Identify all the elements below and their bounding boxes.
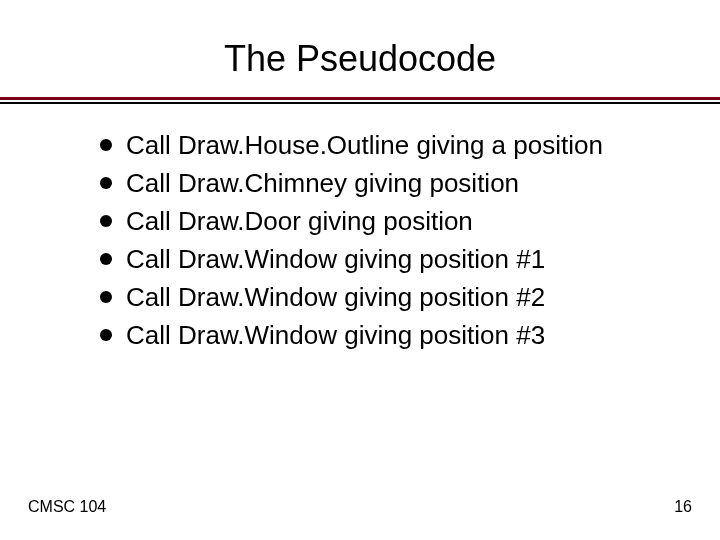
list-item-text: Call Draw.Window giving position #2 [126,280,545,314]
bullet-icon [100,215,112,227]
slide-title: The Pseudocode [0,38,720,80]
bullet-icon [100,329,112,341]
bullet-icon [100,291,112,303]
list-item-text: Call Draw.House.Outline giving a positio… [126,128,603,162]
list-item-text: Call Draw.Window giving position #3 [126,318,545,352]
page-number: 16 [674,498,692,516]
list-item-text: Call Draw.Chimney giving position [126,166,519,200]
list-item-text: Call Draw.Window giving position #1 [126,242,545,276]
bullet-icon [100,139,112,151]
footer-course: CMSC 104 [28,498,106,516]
list-item: Call Draw.Window giving position #3 [100,318,660,352]
list-item: Call Draw.Window giving position #1 [100,242,660,276]
list-item: Call Draw.Door giving position [100,204,660,238]
list-item: Call Draw.Chimney giving position [100,166,660,200]
list-item: Call Draw.Window giving position #2 [100,280,660,314]
slide: The Pseudocode Call Draw.House.Outline g… [0,0,720,540]
list-item-text: Call Draw.Door giving position [126,204,473,238]
bullet-list: Call Draw.House.Outline giving a positio… [100,128,660,356]
bullet-icon [100,253,112,265]
list-item: Call Draw.House.Outline giving a positio… [100,128,660,162]
bullet-icon [100,177,112,189]
